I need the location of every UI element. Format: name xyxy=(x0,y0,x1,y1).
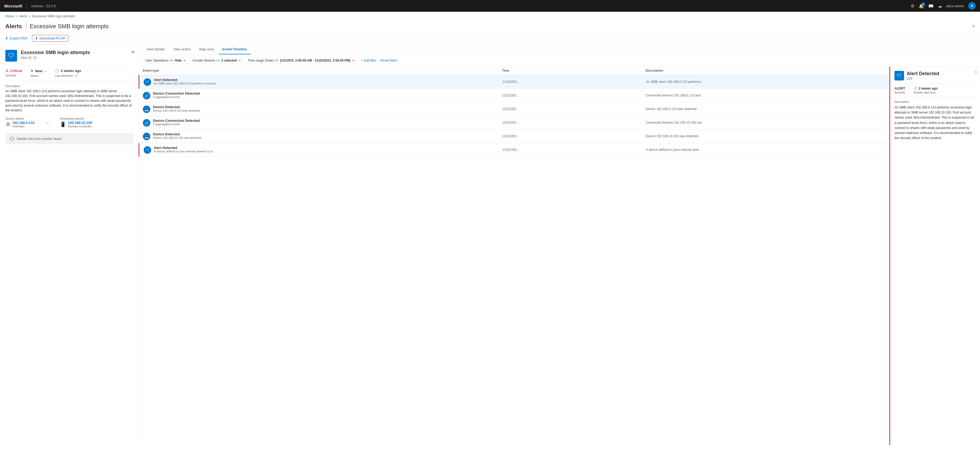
filter-time-remove[interactable]: ✕ xyxy=(352,59,355,62)
detail-number: 225 xyxy=(907,76,939,80)
status-dropdown-icon[interactable]: ⌄ xyxy=(44,69,46,73)
toolbar: ⬇ Export PDF ⬇ Download PCAP xyxy=(0,32,980,45)
comment-text: Needs info from vendor team xyxy=(17,137,62,141)
tab-event-timeline[interactable]: Event Timeline xyxy=(219,45,251,54)
cloud-icon[interactable]: ☁ xyxy=(938,3,942,8)
detail-time-item: 🕐 2 weeks ago Activity start time xyxy=(914,87,938,94)
time-cell: 11/22/202... xyxy=(502,121,646,124)
arrow-right-icon: → xyxy=(45,121,49,126)
detail-title-group: Alert Detected 225 xyxy=(907,71,939,80)
comment-icon: 💬 xyxy=(10,137,14,141)
detection-label: Last detection ⓘ xyxy=(55,74,81,78)
detail-time-value: 🕐 2 weeks ago xyxy=(914,87,938,90)
alert-title: Excessive SMB login attempts xyxy=(21,50,90,56)
alert-card-info: Excessive SMB login attempts Alert ID: 2… xyxy=(21,50,90,60)
table-header: Event type Time Description xyxy=(138,67,889,75)
table-row[interactable]: 💻 Device Detected Device 192.168.0.110 w… xyxy=(138,102,889,116)
time-cell: 11/22/202... xyxy=(503,148,646,151)
filter-time-value: (1/1/1970, 2:00:00 AM - 11/22/2022, 3:54… xyxy=(280,59,350,62)
detection-item: 🕐 2 weeks ago Last detection ⓘ xyxy=(55,69,81,78)
event-name: Alert Detected xyxy=(154,146,213,150)
filter-user-ops-value: Hide xyxy=(175,59,182,62)
source-device-name[interactable]: 192.168.0.110 xyxy=(12,121,34,125)
filter-chip-devices: Include Devices == 2 selected ✕ xyxy=(190,57,243,64)
dest-device-type: Domain Controller xyxy=(68,125,92,128)
breadcrumb-home[interactable]: Home xyxy=(5,14,14,18)
breadcrumb-sep-1: > xyxy=(16,14,18,18)
event-name-group: Alert Detected A device defined in your … xyxy=(154,146,213,153)
tab-take-action[interactable]: Take action xyxy=(170,45,194,54)
alert-detected-icon: 🛡 xyxy=(144,78,151,86)
brand-logo: Microsoft xyxy=(4,4,22,8)
table-row[interactable]: 🔗 Device Connection Detected 4 aggregate… xyxy=(138,89,889,102)
dest-device: Destination device 📱 192.168.10.100 Doma… xyxy=(60,117,92,128)
event-type-cell: 🛡 Alert Detected A device defined in you… xyxy=(144,146,503,154)
filter-devices-remove[interactable]: ✕ xyxy=(239,59,241,62)
reset-filters-button[interactable]: Reset filters xyxy=(380,59,398,62)
filter-user-ops-remove[interactable]: ✕ xyxy=(183,59,186,62)
critical-icon: ⚠ xyxy=(5,69,8,73)
event-name: Device Detected xyxy=(153,105,200,109)
book-icon[interactable]: 📖 xyxy=(928,3,934,8)
event-name: Device Connection Detected xyxy=(153,119,200,123)
alert-detected2-icon: 🛡 xyxy=(144,146,151,154)
filter-devices-label: Include Devices == xyxy=(193,59,220,62)
detail-expand-button[interactable]: » xyxy=(975,70,977,74)
event-name: Alert Detected xyxy=(154,78,216,82)
table-row[interactable]: 🛡 Alert Detected A device defined in you… xyxy=(138,143,889,157)
detail-severity-item: ALERT Severity xyxy=(894,87,905,94)
comment-box[interactable]: 💬 Needs info from vendor team xyxy=(5,133,133,144)
time-cell: 11/22/202... xyxy=(502,107,646,111)
desc-label: Description xyxy=(5,84,133,88)
status-row: ⚠ Critical Severity ✦ New ⌄ Status 🕐 xyxy=(5,66,133,81)
detail-panel: » 🛡 Alert Detected 225 ALERT Severity xyxy=(889,67,980,445)
status-icon: ✦ xyxy=(30,69,33,73)
event-name-group: Device Detected Device 192.168.0.110 was… xyxy=(153,105,200,112)
gear-icon[interactable]: ⚙ xyxy=(911,3,915,8)
table-row[interactable]: 🔗 Device Connection Detected 3 aggregate… xyxy=(138,116,889,129)
time-cell: 11/22/202... xyxy=(502,94,646,97)
add-filter-button[interactable]: + Add filter xyxy=(359,57,379,64)
breadcrumb-alerts[interactable]: Alerts xyxy=(19,14,27,18)
event-table: Event type Time Description 🛡 Alert Dete… xyxy=(138,67,889,445)
user-avatar[interactable]: A xyxy=(968,2,976,10)
severity-label: Severity xyxy=(5,74,22,77)
table-row[interactable]: 💻 Device Detected Device 192.168.10.100 … xyxy=(138,129,889,143)
event-name-group: Alert Detected An SMB client 192.168.0.1… xyxy=(154,78,216,85)
detail-clock-icon: 🕐 xyxy=(914,87,918,90)
tab-bar: Alert details Take action Map view Event… xyxy=(138,45,980,55)
bell-icon[interactable]: 🔔 0 xyxy=(919,3,924,8)
detail-title: Alert Detected xyxy=(907,71,939,76)
event-name: Device Connection Detected xyxy=(153,91,200,96)
status-item: ✦ New ⌄ Status xyxy=(30,69,46,78)
page-header: Alerts Excessive SMB login attempts × xyxy=(0,21,980,32)
source-device-type: Unknown xyxy=(12,125,34,128)
server-icon: 📱 xyxy=(60,121,66,127)
close-button[interactable]: × xyxy=(972,24,975,29)
filters-bar: User Operations == Hide ✕ Include Device… xyxy=(138,55,980,67)
tab-map-view[interactable]: Map view xyxy=(196,45,218,54)
devices-row: Source device 🖥 192.168.0.110 Unknown → … xyxy=(5,117,133,128)
col-event-type: Event type xyxy=(143,69,502,72)
collapse-button[interactable]: ≪ xyxy=(131,50,135,54)
desc-cell: A device defined in your internal netw xyxy=(646,148,885,151)
dest-device-name[interactable]: 192.168.10.100 xyxy=(68,121,92,125)
time-cell: 11/22/202... xyxy=(502,134,646,138)
table-area: Event type Time Description 🛡 Alert Dete… xyxy=(138,67,980,445)
detail-header: 🛡 Alert Detected 225 xyxy=(894,71,976,80)
filter-time-label: Time range (Date) == xyxy=(248,59,278,62)
device-connection-icon: 🔗 xyxy=(143,92,150,99)
filter-chip-time: Time range (Date) == (1/1/1970, 2:00:00 … xyxy=(245,57,357,64)
event-sub: 4 aggregated events xyxy=(153,96,200,99)
table-row[interactable]: 🛡 Alert Detected An SMB client 192.168.0… xyxy=(138,75,889,89)
tab-alert-details[interactable]: Alert details xyxy=(143,45,169,54)
severity-value: ⚠ Critical xyxy=(5,69,22,73)
desc-cell: Connected devices 192.168.10.100 anc xyxy=(646,121,885,124)
nav-icons: ⚙ 🔔 0 📖 ☁ alice-admin A xyxy=(911,2,976,10)
dest-device-content: 📱 192.168.10.100 Domain Controller xyxy=(60,121,92,128)
event-name: Device Detected xyxy=(153,132,201,136)
download-pcap-button[interactable]: ⬇ Download PCAP xyxy=(32,35,68,41)
export-pdf-button[interactable]: ⬇ Export PDF xyxy=(5,35,28,41)
monitor-icon: 🖥 xyxy=(5,121,10,127)
main-content: ≪ 🛡 Excessive SMB login attempts Alert I… xyxy=(0,45,980,445)
